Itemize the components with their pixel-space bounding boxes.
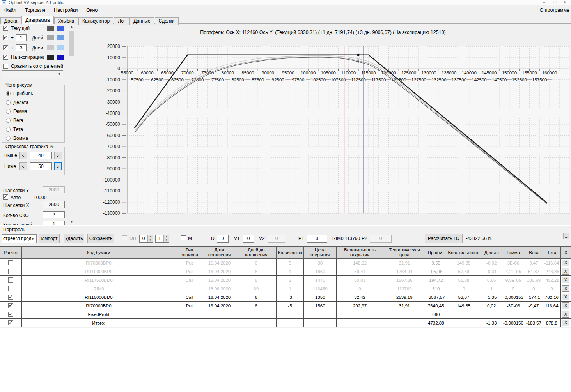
below-input[interactable] bbox=[30, 162, 52, 170]
row-delete-button[interactable]: X bbox=[562, 311, 569, 318]
grid-step-x-input[interactable] bbox=[43, 201, 65, 208]
splitter[interactable] bbox=[0, 225, 571, 227]
radio-icon[interactable] bbox=[6, 127, 11, 132]
save-button[interactable]: Сохранить bbox=[87, 234, 114, 243]
column-header-7[interactable]: Волатильностьоткрытия bbox=[337, 247, 383, 259]
radio-row-Тета[interactable]: Тета bbox=[6, 126, 23, 132]
collapse-button[interactable]: _ bbox=[563, 233, 569, 239]
column-header-13[interactable]: Вега bbox=[525, 247, 543, 259]
p1-field[interactable]: 0 bbox=[307, 235, 327, 243]
v1-field[interactable]: 0 bbox=[243, 235, 254, 243]
row-checkbox[interactable] bbox=[8, 312, 13, 317]
radio-row-Гамма[interactable]: Гамма bbox=[6, 108, 27, 114]
column-header-4[interactable]: Дней допогашения bbox=[236, 247, 277, 259]
strategy-combobox[interactable]: ▼ bbox=[2, 70, 63, 78]
legend-checkbox-3[interactable] bbox=[3, 55, 8, 60]
sidebar-scrollbar[interactable]: ▲ ▼ bbox=[68, 24, 74, 225]
row-delete-button[interactable]: X bbox=[562, 260, 569, 266]
import-button[interactable]: Импорт bbox=[39, 234, 60, 243]
column-header-0[interactable]: Расчет bbox=[0, 247, 22, 259]
menu-item-1[interactable]: Торговля bbox=[21, 5, 50, 15]
dh-spinner-1[interactable]: 0▲▼ bbox=[139, 235, 153, 243]
above-increment-button[interactable]: > bbox=[54, 152, 62, 159]
close-icon[interactable]: ✕ bbox=[560, 0, 570, 5]
row-delete-button[interactable]: X bbox=[562, 294, 569, 300]
legend-checkbox-0[interactable] bbox=[3, 26, 8, 31]
radio-icon[interactable] bbox=[6, 100, 11, 105]
column-header-1[interactable]: Код бумаги bbox=[21, 247, 176, 259]
spinner-arrows-icon[interactable]: ▲▼ bbox=[163, 235, 169, 242]
row-delete-button[interactable]: X bbox=[562, 302, 569, 309]
portfolio-strategy-select[interactable]: стренгл прода ▼ bbox=[2, 234, 37, 243]
dh-spinner-2[interactable]: 1▲▼ bbox=[155, 235, 169, 243]
legend-checkbox-2[interactable] bbox=[3, 45, 8, 50]
row-calc-cell[interactable] bbox=[0, 319, 22, 327]
maximize-icon[interactable]: ▢ bbox=[550, 0, 560, 5]
compare-strategy-checkbox[interactable] bbox=[3, 64, 8, 69]
cell-2-6: 50,03 bbox=[337, 276, 383, 284]
column-header-6[interactable]: Ценаоткрытия bbox=[304, 247, 337, 259]
lines-count-input[interactable] bbox=[43, 221, 65, 225]
row-delete-button[interactable]: X bbox=[562, 285, 569, 292]
minimize-icon[interactable]: – bbox=[539, 0, 549, 5]
scrollbar-thumb[interactable] bbox=[69, 31, 74, 56]
scroll-down-icon[interactable]: ▼ bbox=[68, 219, 75, 225]
radio-icon[interactable] bbox=[6, 136, 11, 141]
menu-item-0[interactable]: Файл bbox=[0, 5, 21, 15]
row-checkbox[interactable] bbox=[8, 269, 13, 274]
row-checkbox[interactable] bbox=[8, 295, 13, 300]
row-checkbox[interactable] bbox=[8, 260, 13, 265]
spinner-arrows-icon[interactable]: ▲▼ bbox=[147, 235, 153, 242]
auto-checkbox[interactable] bbox=[3, 194, 8, 200]
row-calc-cell[interactable] bbox=[0, 284, 22, 293]
below-increment-button[interactable]: > bbox=[54, 162, 62, 170]
column-header-9[interactable]: Профит bbox=[426, 247, 446, 259]
column-header-15[interactable]: X bbox=[560, 247, 571, 259]
row-calc-cell[interactable] bbox=[0, 267, 22, 276]
column-header-14[interactable]: Тета bbox=[543, 247, 560, 259]
delete-button[interactable]: Удалить bbox=[64, 234, 84, 243]
row-calc-cell[interactable] bbox=[0, 276, 22, 284]
radio-icon[interactable] bbox=[6, 91, 11, 96]
row-checkbox[interactable] bbox=[8, 286, 13, 291]
radio-row-Вега[interactable]: Вега bbox=[6, 117, 23, 123]
above-input[interactable] bbox=[30, 152, 52, 159]
column-header-12[interactable]: Гамма bbox=[502, 247, 525, 259]
calc-margin-button[interactable]: Рассчитать ГО bbox=[425, 234, 463, 243]
column-header-3[interactable]: Датапогашения bbox=[203, 247, 236, 259]
radio-row-Вомма[interactable]: Вомма bbox=[6, 135, 28, 141]
row-calc-cell[interactable] bbox=[0, 293, 22, 302]
row-checkbox[interactable] bbox=[8, 303, 13, 308]
profit-chart[interactable]: -130000-120000-110000-100000-90000-80000… bbox=[75, 24, 571, 225]
sko-count-input[interactable] bbox=[43, 211, 65, 218]
menu-item-about[interactable]: О программе bbox=[540, 7, 569, 13]
column-header-5[interactable]: Количество bbox=[277, 247, 304, 259]
row-checkbox[interactable] bbox=[8, 320, 13, 325]
row-calc-cell[interactable] bbox=[0, 310, 22, 319]
menu-item-3[interactable]: Окно bbox=[82, 5, 102, 15]
m-checkbox[interactable] bbox=[181, 235, 186, 240]
legend-days-input-2[interactable] bbox=[16, 44, 27, 51]
row-delete-button[interactable]: X bbox=[562, 277, 569, 283]
row-checkbox[interactable] bbox=[8, 277, 13, 283]
above-decrement-button[interactable]: < bbox=[19, 152, 27, 159]
below-decrement-button[interactable]: < bbox=[19, 162, 27, 170]
legend-checkbox-1[interactable] bbox=[3, 35, 8, 40]
legend-days-input-1[interactable] bbox=[16, 34, 27, 41]
menu-item-2[interactable]: Настройки bbox=[50, 5, 82, 15]
d-field[interactable]: 0 bbox=[217, 235, 229, 243]
column-header-8[interactable]: Теоретическаяцена bbox=[383, 247, 426, 259]
radio-icon[interactable] bbox=[6, 109, 11, 114]
row-calc-cell[interactable] bbox=[0, 302, 22, 310]
row-calc-cell[interactable] bbox=[0, 259, 22, 267]
radio-icon[interactable] bbox=[6, 118, 11, 123]
row-delete-button[interactable]: X bbox=[562, 320, 569, 326]
tab-Диаграмма[interactable]: Диаграмма bbox=[21, 16, 53, 24]
radio-row-Дельта[interactable]: Дельта bbox=[6, 99, 28, 105]
column-header-2[interactable]: Типопциона bbox=[176, 247, 203, 259]
column-header-11[interactable]: Дельта bbox=[481, 247, 502, 259]
column-header-10[interactable]: Волатильность bbox=[446, 247, 481, 259]
row-delete-button[interactable]: X bbox=[562, 268, 569, 275]
radio-row-Прибыль[interactable]: Прибыль bbox=[6, 90, 33, 96]
scroll-up-icon[interactable]: ▲ bbox=[68, 24, 75, 30]
